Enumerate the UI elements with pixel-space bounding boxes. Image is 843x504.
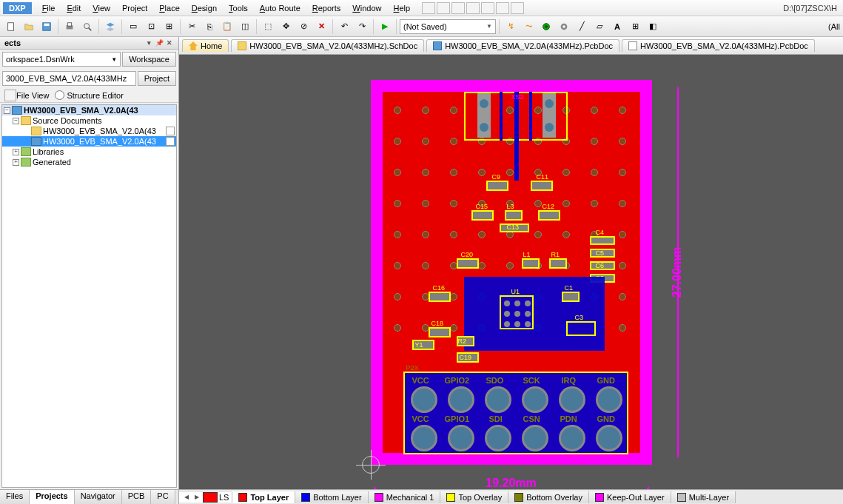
quick-btn-1[interactable] <box>422 2 435 14</box>
tab-pc[interactable]: PC <box>151 490 175 504</box>
workspace-combo[interactable]: orkspace1.DsnWrk ▼ <box>2 52 121 67</box>
menu-reports[interactable]: Reports <box>306 1 347 15</box>
tool-zoom-sel[interactable]: ⊞ <box>161 19 177 35</box>
panel-pin-icon[interactable]: ▾ <box>144 38 153 47</box>
svg-point-8 <box>545 25 548 28</box>
tree-libraries[interactable]: + Libraries <box>2 147 176 157</box>
radio-structure-editor[interactable]: Structure Editor <box>55 90 123 100</box>
tool-undo[interactable]: ↶ <box>336 19 352 35</box>
tool-zoom-area[interactable]: ▭ <box>125 19 141 35</box>
menu-help[interactable]: Help <box>387 1 416 15</box>
tool-run[interactable]: ▶ <box>377 19 393 35</box>
quick-btn-7[interactable] <box>511 2 524 14</box>
tool-cut[interactable]: ✂ <box>184 19 200 35</box>
quick-btn-3[interactable] <box>451 2 465 14</box>
pcb-icon <box>433 41 442 50</box>
tool-redo[interactable]: ↷ <box>354 19 370 35</box>
menu-design[interactable]: Design <box>186 1 223 15</box>
menu-autoroute[interactable]: Auto Route <box>254 1 306 15</box>
quick-btn-4[interactable] <box>466 2 480 14</box>
tool-text[interactable]: A <box>609 19 625 35</box>
tab-files[interactable]: Files <box>0 490 30 504</box>
tool-print[interactable] <box>61 19 78 35</box>
tool-route2[interactable]: ⤳ <box>520 19 537 35</box>
tool-move[interactable]: ✥ <box>278 19 294 35</box>
panel-title-text: ects <box>4 38 21 47</box>
tool-paste[interactable]: 📋 <box>219 19 235 35</box>
menu-view[interactable]: View <box>87 1 116 15</box>
layer-tab-bottom[interactable]: Bottom Layer <box>295 491 368 503</box>
project-tree[interactable]: − HW3000_EVB_SMA_V2.0A(43 − Source Docum… <box>1 104 177 488</box>
doc-tab-sch[interactable]: HW3000_EVB_SMA_V2.0A(433MHz).SchDoc <box>231 39 424 52</box>
layer-current-swatch[interactable] <box>203 492 218 503</box>
sch-icon <box>238 41 246 50</box>
tab-pcb[interactable]: PCB <box>122 490 152 504</box>
panel-close-icon[interactable]: ✕ <box>165 38 174 47</box>
layer-tab-top[interactable]: Top Layer <box>232 491 295 503</box>
tool-open[interactable] <box>21 19 37 35</box>
menu-window[interactable]: Window <box>346 1 387 15</box>
tool-preview[interactable] <box>79 19 95 35</box>
document-tabs: Home HW3000_EVB_SMA_V2.0A(433MHz).SchDoc… <box>179 37 843 55</box>
tree-source-docs[interactable]: − Source Documents <box>2 115 176 126</box>
app-logo[interactable]: DXP <box>3 2 32 14</box>
tool-clear[interactable]: ✕ <box>313 19 329 35</box>
menu-edit[interactable]: Edit <box>61 1 87 15</box>
layer-prev-icon[interactable]: ◀ <box>182 492 191 503</box>
tool-array[interactable]: ⊞ <box>627 19 643 35</box>
doc-tab-pcb2[interactable]: HW3000_EVB_SMA_V2.0A(433MHz).PcbDoc <box>622 39 815 52</box>
tree-pcb-doc[interactable]: HW3000_EVB_SMA_V2.0A(43 <box>2 136 176 147</box>
tool-select[interactable]: ⬚ <box>260 19 276 35</box>
projects-panel: ects ▾ 📌 ✕ orkspace1.DsnWrk ▼ Workspace … <box>0 37 179 504</box>
layer-next-icon[interactable]: ▶ <box>192 492 201 503</box>
tool-save[interactable] <box>38 19 55 35</box>
menu-tools[interactable]: Tools <box>223 1 254 15</box>
panel-pin2-icon[interactable]: 📌 <box>155 38 164 47</box>
tool-pad[interactable] <box>556 19 572 35</box>
ls-label: LS <box>219 493 229 502</box>
tool-mode-dropdown[interactable]: (Not Saved) ▼ <box>400 19 496 34</box>
menu-file[interactable]: File <box>36 1 61 15</box>
layer-tab-multi[interactable]: Multi-Layer <box>671 491 736 503</box>
tool-mode-value: (Not Saved) <box>403 22 447 31</box>
quick-btn-6[interactable] <box>496 2 509 14</box>
tab-projects[interactable]: Projects <box>30 490 74 504</box>
tool-layers[interactable] <box>102 19 118 35</box>
svg-point-10 <box>562 25 565 28</box>
layer-tab-botov[interactable]: Bottom Overlay <box>508 491 589 503</box>
doc-tab-home[interactable]: Home <box>182 39 229 52</box>
workspace-button[interactable]: Workspace <box>122 52 176 67</box>
svg-line-6 <box>89 27 92 30</box>
tab-navigator[interactable]: Navigator <box>75 490 122 504</box>
tool-via[interactable] <box>538 19 554 35</box>
quick-btn-5[interactable] <box>481 2 494 14</box>
tool-deselect[interactable]: ⊘ <box>295 19 312 35</box>
tool-poly[interactable]: ▱ <box>591 19 608 35</box>
quick-btn-2[interactable] <box>437 2 450 14</box>
pcb-canvas[interactable]: document.write(Array.from({length:8},(_,… <box>179 55 843 489</box>
tool-route[interactable]: ↯ <box>503 19 519 35</box>
tree-generated[interactable]: + Generated <box>2 157 176 167</box>
tool-copy[interactable]: ⎘ <box>201 19 218 35</box>
tool-comp[interactable]: ◧ <box>645 19 661 35</box>
project-button[interactable]: Project <box>138 71 176 86</box>
panel-title-bar: ects ▾ 📌 ✕ <box>0 37 178 50</box>
panel-cfg-btn-2[interactable] <box>4 90 16 101</box>
layer-tab-keepout[interactable]: Keep-Out Layer <box>589 491 671 503</box>
tool-line[interactable]: ╱ <box>574 19 590 35</box>
home-icon <box>189 41 198 50</box>
tool-zoom-fit[interactable]: ⊡ <box>143 19 159 35</box>
layer-tab-mech1[interactable]: Mechanical 1 <box>369 491 441 503</box>
project-combo[interactable]: 3000_EVB_SMA_V2.0A(433MHz <box>2 71 136 86</box>
menu-place[interactable]: Place <box>153 1 186 15</box>
menu-project[interactable]: Project <box>116 1 153 15</box>
tree-project-root[interactable]: − HW3000_EVB_SMA_V2.0A(43 <box>2 105 176 115</box>
menubar: DXP File Edit View Project Place Design … <box>0 0 843 16</box>
doc-tab-pcb1[interactable]: HW3000_EVB_SMA_V2.0A(433MHz).PcbDoc <box>426 39 619 52</box>
doc-status-icon <box>166 137 175 146</box>
tree-sch-doc[interactable]: HW3000_EVB_SMA_V2.0A(43 <box>2 126 176 136</box>
file-path: D:\[07]ZSCX\H <box>783 4 840 13</box>
layer-tab-topov[interactable]: Top Overlay <box>440 491 508 503</box>
tool-new[interactable] <box>3 19 19 35</box>
tool-rubber[interactable]: ◫ <box>237 19 253 35</box>
